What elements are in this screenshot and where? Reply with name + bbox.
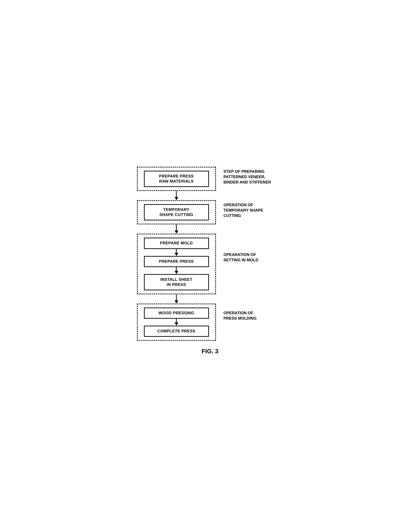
step3-box1: PREPARE MOLD: [144, 238, 209, 249]
step4-group-box: WOOD PRESSING COMPLETE PRESS: [137, 304, 216, 341]
step4-box2: COMPLETE PRESS: [144, 326, 209, 337]
arrow2-head: [175, 230, 178, 234]
step3-group-box: PREPARE MOLD PREPARE PRESS INSTALL SHEET…: [137, 234, 216, 294]
step1-label: STEP OF PREPARING PATTERNED VENEER, BIND…: [219, 167, 287, 185]
step4-row: WOOD PRESSING COMPLETE PRESS OPERATION O…: [134, 304, 287, 341]
arrow1-line: [176, 191, 177, 197]
flow-wrapper: PREPARE PRESS RAW MATERIALS STEP OF PREP…: [134, 167, 287, 341]
step1-outer-box: PREPARE PRESS RAW MATERIALS: [137, 167, 216, 191]
step3-box3: INSTALL SHEET IN PRESS: [144, 274, 209, 290]
step3-left: PREPARE MOLD PREPARE PRESS INSTALL SHEET…: [134, 234, 219, 294]
arrow3-line: [176, 294, 177, 300]
step1-left: PREPARE PRESS RAW MATERIALS: [134, 167, 219, 191]
step4-label: OPERATION OF PRESS MOLDING: [219, 304, 287, 321]
step4-arrow1: [175, 319, 178, 326]
arrow3-down: [175, 294, 178, 304]
step4-box1: WOOD PRESSING: [144, 307, 209, 319]
diagram-container: PREPARE PRESS RAW MATERIALS STEP OF PREP…: [129, 157, 291, 367]
step3-arrow1: [175, 249, 178, 256]
arrow2-line: [176, 224, 177, 230]
arrow1-row: [134, 191, 287, 200]
step2-inner-box: TEMPORARY SHAPE CUTTING: [144, 204, 209, 220]
arrow1-down: [175, 191, 178, 200]
step3-row: PREPARE MOLD PREPARE PRESS INSTALL SHEET…: [134, 234, 287, 294]
step2-outer-box: TEMPORARY SHAPE CUTTING: [137, 200, 216, 224]
step2-row: TEMPORARY SHAPE CUTTING OPERATION OF TEM…: [134, 200, 287, 224]
step2-label: OPERATION OF TEMPORARY SHAPE CUTTING: [219, 200, 287, 218]
step4-left: WOOD PRESSING COMPLETE PRESS: [134, 304, 219, 341]
step2-left: TEMPORARY SHAPE CUTTING: [134, 200, 219, 224]
arrow3-head: [175, 300, 178, 304]
arrow2-row: [134, 224, 287, 234]
arrow3-row: [134, 294, 287, 304]
step3-box2: PREPARE PRESS: [144, 256, 209, 267]
arrow2-down: [175, 224, 178, 234]
step1-row: PREPARE PRESS RAW MATERIALS STEP OF PREP…: [134, 167, 287, 191]
step1-inner-box: PREPARE PRESS RAW MATERIALS: [144, 171, 209, 187]
arrow1-head: [175, 197, 178, 200]
figure-label: FIG. 3: [134, 348, 287, 355]
step3-arrow2: [175, 267, 178, 274]
step3-label: OPEARATION OF SETTING IN MOLD: [219, 234, 287, 263]
